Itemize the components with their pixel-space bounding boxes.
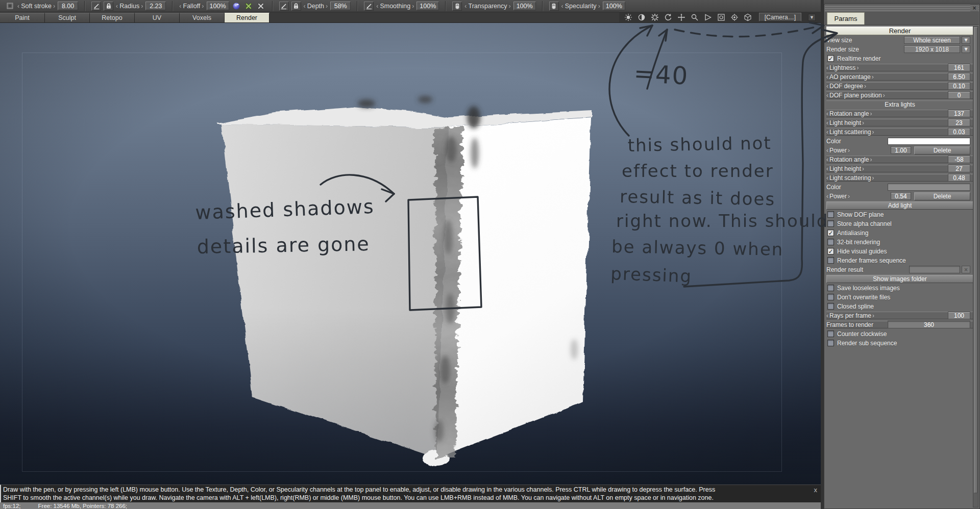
help-close-icon[interactable]: x — [814, 486, 818, 494]
ao-percentage-value[interactable]: 6.50 — [948, 73, 970, 81]
light1-delete-button[interactable]: Delete — [914, 146, 970, 155]
tab-voxels[interactable]: Voxels — [180, 13, 225, 22]
light2-height-slider[interactable]: Light height 27 — [826, 165, 973, 172]
smoothing-value[interactable]: 100% — [416, 2, 439, 10]
save-looseless-images-checkbox[interactable] — [827, 285, 834, 291]
target-icon[interactable] — [730, 13, 739, 21]
light2-delete-button[interactable]: Delete — [914, 192, 970, 200]
reset-falloff-gray-x-icon[interactable] — [256, 2, 266, 11]
ao-percentage-slider[interactable]: AO percentage 6.50 — [826, 73, 973, 81]
pan-icon[interactable] — [677, 13, 686, 21]
rotate-icon[interactable] — [664, 13, 673, 21]
panel-scrollbar-thumb[interactable] — [974, 27, 977, 493]
light2-height-value[interactable]: 27 — [948, 165, 970, 172]
light1-color-swatch[interactable] — [888, 138, 970, 145]
stroke-mode-checkbox-icon[interactable] — [5, 2, 15, 11]
radius-value[interactable]: 2.23 — [145, 2, 166, 10]
zoom-icon[interactable] — [691, 13, 699, 21]
tab-paint[interactable]: Paint — [0, 13, 45, 22]
tab-overflow-arrow[interactable]: ▼ — [808, 14, 816, 21]
transparency-value[interactable]: 100% — [513, 2, 536, 10]
falloff-sphere-icon[interactable] — [232, 2, 241, 11]
viewport-3d[interactable] — [0, 23, 821, 485]
dof-degree-value[interactable]: 0.10 — [948, 82, 970, 90]
render-button[interactable]: Render — [826, 27, 973, 35]
panel-grip[interactable] — [825, 5, 979, 11]
hide-visual-guides-checkbox[interactable] — [827, 248, 834, 254]
light2-scattering-value[interactable]: 0.48 — [948, 174, 970, 182]
transparency-label[interactable]: Transparency — [464, 3, 510, 10]
falloff-value[interactable]: 100% — [207, 2, 229, 10]
frames-to-render-field[interactable]: 360 — [888, 321, 970, 328]
dont-overwrite-files-checkbox[interactable] — [827, 294, 834, 300]
render-result-clear-icon[interactable]: × — [962, 266, 970, 273]
frame-icon[interactable] — [717, 13, 726, 21]
soft-stroke-label[interactable]: Soft stroke — [17, 3, 55, 10]
dof-plane-position-slider[interactable]: DOF plane position 0 — [826, 91, 973, 99]
light1-height-slider[interactable]: Light height 23 — [826, 119, 973, 126]
render-sub-sequence-checkbox[interactable] — [827, 340, 834, 346]
falloff-label[interactable]: Falloff — [179, 3, 204, 10]
light2-color-swatch[interactable] — [888, 184, 970, 191]
closed-spline-checkbox[interactable] — [827, 303, 834, 310]
light1-height-value[interactable]: 23 — [948, 119, 970, 126]
render-size-select[interactable]: 1920 x 1018 — [904, 45, 960, 53]
rays-per-frame-value[interactable]: 100 — [948, 312, 970, 319]
panel-scrollbar[interactable] — [973, 26, 978, 507]
32bit-rendering-checkbox[interactable] — [827, 239, 834, 245]
pen-pressure-icon[interactable] — [364, 2, 374, 11]
light1-rotation-value[interactable]: 137 — [948, 110, 970, 117]
light2-rotation-value[interactable]: -58 — [948, 156, 970, 163]
frames-to-render-row[interactable]: Frames to render 360 — [826, 321, 973, 328]
contrast-icon[interactable] — [638, 13, 646, 21]
light1-rotation-slider[interactable]: Rotation angle 137 — [826, 110, 973, 117]
tab-render[interactable]: Render — [225, 13, 270, 22]
specularity-label[interactable]: Specularity — [561, 3, 600, 10]
dof-plane-position-value[interactable]: 0 — [948, 91, 970, 99]
mouse-icon[interactable] — [452, 2, 462, 11]
light1-scattering-value[interactable]: 0.03 — [948, 128, 970, 136]
light1-scattering-slider[interactable]: Light scattering 0.03 — [826, 128, 973, 136]
light1-power-value[interactable]: 1.00 — [891, 146, 911, 154]
cube-icon[interactable] — [744, 13, 752, 21]
pen-pressure-icon[interactable] — [279, 2, 289, 11]
view-size-dropdown-arrow-icon[interactable]: ▼ — [962, 36, 970, 44]
play-icon[interactable] — [704, 13, 713, 21]
depth-label[interactable]: Depth — [304, 3, 328, 10]
antialiasing-checkbox[interactable] — [827, 230, 834, 236]
store-alpha-channel-checkbox[interactable] — [827, 220, 834, 227]
realtime-render-checkbox[interactable] — [827, 55, 834, 62]
tab-params[interactable]: Params — [827, 12, 865, 24]
soft-stroke-value[interactable]: 8.00 — [58, 2, 78, 10]
render-size-dropdown-arrow-icon[interactable]: ▼ — [962, 45, 970, 53]
render-frames-sequence-checkbox[interactable] — [827, 257, 834, 264]
lightness-value[interactable]: 161 — [948, 64, 970, 71]
light2-power-value[interactable]: 0.54 — [891, 192, 911, 200]
counter-clockwise-checkbox[interactable] — [827, 330, 834, 337]
render-result-field[interactable] — [909, 266, 960, 273]
depth-value[interactable]: 58% — [330, 2, 351, 10]
reset-falloff-green-x-icon[interactable] — [244, 2, 254, 11]
camera-menu-button[interactable]: [Camera…] — [759, 13, 801, 21]
sun-icon[interactable] — [624, 13, 633, 21]
show-images-folder-button[interactable]: Show images folder — [826, 275, 973, 283]
dof-degree-slider[interactable]: DOF degree 0.10 — [826, 82, 973, 90]
lock-icon[interactable] — [104, 2, 113, 11]
rays-per-frame-slider[interactable]: Rays per frame 100 — [826, 312, 973, 319]
view-size-select[interactable]: Whole screen — [904, 36, 960, 44]
flash-icon[interactable] — [651, 13, 659, 21]
lightness-slider[interactable]: Lightness 161 — [826, 64, 973, 71]
light2-scattering-slider[interactable]: Light scattering 0.48 — [826, 174, 973, 182]
mouse-icon[interactable] — [549, 2, 559, 11]
panel-close-icon[interactable]: × — [970, 5, 978, 11]
show-dof-plane-checkbox[interactable] — [827, 211, 834, 218]
lock-icon[interactable] — [291, 2, 301, 11]
light2-rotation-slider[interactable]: Rotation angle -58 — [826, 156, 973, 163]
add-light-button[interactable]: Add light — [826, 201, 973, 210]
tab-retopo[interactable]: Retopo — [90, 13, 135, 22]
pen-pressure-icon[interactable] — [91, 2, 101, 11]
specularity-value[interactable]: 100% — [603, 2, 625, 10]
smoothing-label[interactable]: Smoothing — [376, 3, 414, 10]
tab-uv[interactable]: UV — [135, 13, 180, 22]
tab-sculpt[interactable]: Sculpt — [45, 13, 90, 22]
